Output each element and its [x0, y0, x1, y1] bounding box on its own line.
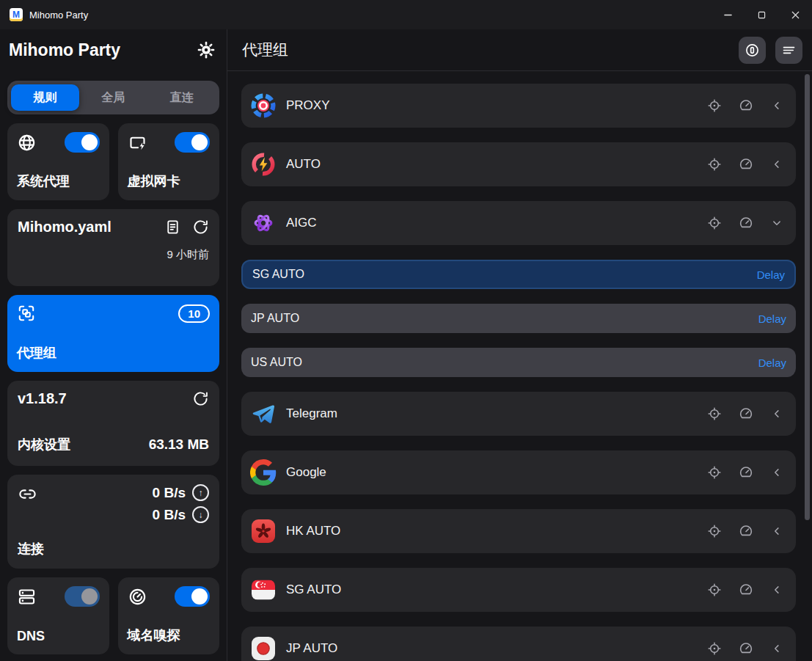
chevron-down-icon[interactable] — [770, 216, 783, 230]
sniffer-label: 域名嗅探 — [128, 627, 211, 644]
main-header: 代理组 — [227, 29, 812, 71]
link-icon — [18, 484, 37, 504]
delay-label[interactable]: Delay — [758, 357, 786, 369]
dns-toggle[interactable] — [65, 586, 100, 607]
profile-card[interactable]: Mihomo.yaml 9 小时前 — [7, 209, 219, 286]
sniffer-toggle[interactable] — [175, 586, 210, 607]
proxy-node-name: JP AUTO — [251, 312, 299, 325]
zero-delay-button[interactable] — [739, 37, 766, 64]
delay-label[interactable]: Delay — [758, 313, 786, 325]
locate-icon[interactable] — [707, 641, 722, 656]
proxy-group-row[interactable]: AIGC — [241, 201, 796, 245]
locate-icon[interactable] — [707, 157, 722, 172]
proxy-groups-count-badge: 10 — [178, 304, 210, 323]
delay-gauge-icon[interactable] — [739, 524, 753, 538]
chevron-left-icon[interactable] — [770, 583, 783, 596]
proxy-group-row[interactable]: HK AUTO — [241, 509, 796, 553]
gear-icon[interactable] — [197, 40, 216, 59]
connections-label: 连接 — [18, 540, 209, 558]
jp-flag-icon — [250, 635, 277, 661]
delay-label[interactable]: Delay — [757, 269, 785, 281]
proxy-group-row[interactable]: Google — [241, 450, 796, 494]
locate-icon[interactable] — [707, 465, 722, 480]
group-scan-icon — [17, 304, 36, 323]
proxy-group-name: Telegram — [286, 406, 707, 421]
delay-gauge-icon[interactable] — [739, 98, 753, 113]
tun-card[interactable]: 虚拟网卡 — [118, 123, 220, 200]
proxy-group-name: JP AUTO — [286, 641, 707, 656]
system-proxy-label: 系统代理 — [17, 172, 100, 190]
proxy-group-row[interactable]: AUTO — [241, 142, 796, 186]
google-logo-icon — [250, 459, 277, 486]
core-card[interactable]: v1.18.7 内核设置 63.13 MB — [7, 381, 219, 466]
proxy-group-name: AUTO — [286, 157, 707, 172]
proxy-node-row[interactable]: JP AUTODelay — [241, 304, 796, 333]
chevron-left-icon[interactable] — [770, 99, 783, 112]
delay-gauge-icon[interactable] — [739, 216, 753, 230]
refresh-icon[interactable] — [192, 390, 209, 407]
proxy-group-name: HK AUTO — [286, 524, 707, 538]
system-proxy-toggle[interactable] — [65, 132, 100, 153]
chevron-left-icon[interactable] — [770, 525, 783, 538]
tab-direct[interactable]: 直连 — [147, 84, 216, 111]
globe-icon — [17, 133, 37, 153]
tun-toggle[interactable] — [175, 132, 210, 153]
proxy-node-name: SG AUTO — [252, 268, 304, 281]
arrow-up-circle-icon: ↑ — [192, 484, 209, 501]
delay-gauge-icon[interactable] — [739, 641, 753, 656]
core-memory: 63.13 MB — [149, 437, 209, 453]
proxy-group-row[interactable]: SG AUTO — [241, 568, 796, 612]
list-view-button[interactable] — [775, 37, 802, 64]
dns-label: DNS — [17, 629, 100, 644]
delay-gauge-icon[interactable] — [739, 157, 753, 172]
proxy-groups-card[interactable]: 10 代理组 — [7, 295, 219, 372]
sg-flag-icon — [250, 577, 277, 603]
profile-updated: 9 小时前 — [18, 248, 209, 262]
close-icon[interactable] — [778, 0, 812, 29]
delay-gauge-icon[interactable] — [739, 583, 753, 597]
hk-flag-icon — [250, 518, 277, 544]
proxy-node-row[interactable]: US AUTODelay — [241, 348, 796, 377]
refresh-icon[interactable] — [192, 219, 209, 235]
chevron-left-icon[interactable] — [770, 642, 783, 655]
chevron-left-icon[interactable] — [770, 158, 783, 171]
mode-tabs: 规则全局直连 — [7, 81, 219, 114]
minimize-icon[interactable] — [711, 0, 745, 29]
tab-rule[interactable]: 规则 — [11, 84, 79, 111]
chevron-left-icon[interactable] — [770, 407, 783, 420]
telegram-logo-icon — [250, 401, 277, 427]
proxy-node-row[interactable]: SG AUTODelay — [241, 260, 796, 289]
sniffer-card[interactable]: 域名嗅探 — [118, 577, 220, 654]
delay-gauge-icon[interactable] — [739, 465, 753, 480]
maximize-icon[interactable] — [745, 0, 778, 29]
system-proxy-card[interactable]: 系统代理 — [7, 123, 109, 200]
page-title: 代理组 — [242, 40, 288, 60]
app-logo-icon: M — [10, 8, 23, 21]
dns-card[interactable]: DNS — [7, 577, 109, 654]
delay-gauge-icon[interactable] — [739, 406, 753, 421]
sidebar-header: Mihomo Party — [0, 29, 227, 70]
connections-card[interactable]: 0 B/s ↑ 0 B/s ↓ 连接 — [7, 475, 219, 569]
proxy-group-row[interactable]: PROXY — [241, 84, 796, 128]
sidebar: Mihomo Party 规则全局直连 系统代理 — [0, 29, 227, 661]
scrollbar-thumb[interactable] — [805, 74, 810, 520]
proxy-group-row[interactable]: JP AUTO — [241, 627, 796, 661]
tab-global[interactable]: 全局 — [79, 84, 147, 111]
proxy-group-row[interactable]: Telegram — [241, 392, 796, 436]
proxy-group-list: PROXYAUTOAIGCSG AUTODelayJP AUTODelayUS … — [227, 71, 812, 661]
locate-icon[interactable] — [707, 98, 722, 113]
auto-logo-icon — [250, 151, 277, 178]
core-version: v1.18.7 — [18, 390, 67, 407]
locate-icon[interactable] — [707, 216, 722, 230]
proxy-group-name: Google — [286, 465, 707, 480]
locate-icon[interactable] — [707, 406, 722, 421]
file-icon[interactable] — [164, 219, 181, 235]
server-icon — [17, 587, 37, 607]
sniffer-icon — [128, 587, 147, 607]
locate-icon[interactable] — [707, 583, 722, 597]
locate-icon[interactable] — [707, 524, 722, 538]
chevron-left-icon[interactable] — [770, 466, 783, 479]
network-card-icon — [128, 133, 147, 153]
profile-name: Mihomo.yaml — [18, 219, 153, 235]
arrow-down-circle-icon: ↓ — [192, 506, 209, 523]
